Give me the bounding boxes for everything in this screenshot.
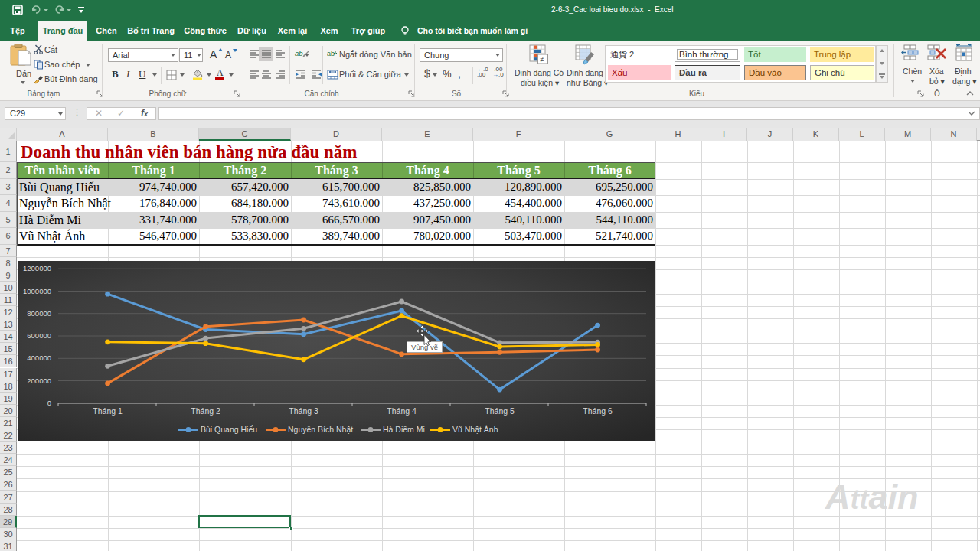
svg-text:200000: 200000	[27, 377, 51, 385]
svg-text:Bùi Quang Hiếu: Bùi Quang Hiếu	[201, 425, 257, 434]
svg-text:Tháng 6: Tháng 6	[583, 406, 612, 416]
svg-text:≠: ≠	[541, 56, 544, 64]
svg-text:Tháng 2: Tháng 2	[191, 406, 220, 416]
svg-text:Tháng 4: Tháng 4	[387, 406, 416, 416]
svg-text:Nguyễn Bích Nhật: Nguyễn Bích Nhật	[288, 425, 353, 434]
svg-text:Tháng 3: Tháng 3	[289, 406, 318, 416]
svg-text:ab: ab	[295, 49, 303, 57]
svg-text:400000: 400000	[27, 354, 51, 362]
svg-text:600000: 600000	[27, 331, 51, 340]
svg-text:Hà Diễm Mi: Hà Diễm Mi	[383, 425, 425, 434]
svg-text:ab: ab	[327, 50, 335, 57]
svg-text:0: 0	[47, 399, 51, 407]
svg-text:800000: 800000	[27, 309, 51, 318]
svg-text:1200000: 1200000	[23, 264, 51, 272]
svg-text:Vũ Nhật Ánh: Vũ Nhật Ánh	[452, 425, 498, 434]
svg-text:Tháng 1: Tháng 1	[93, 406, 122, 416]
svg-text:Tháng 5: Tháng 5	[485, 406, 514, 416]
svg-text:1000000: 1000000	[23, 287, 51, 295]
